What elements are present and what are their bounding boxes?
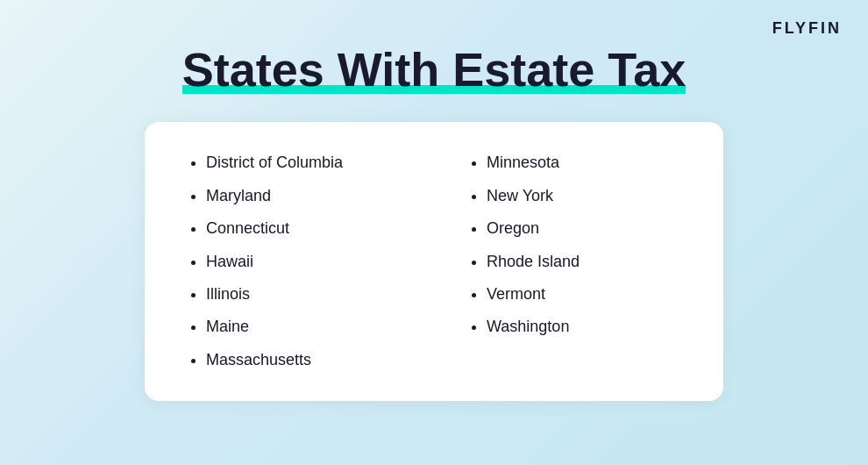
list-item: Maine	[206, 317, 399, 337]
right-list: MinnesotaNew YorkOregonRhode IslandVermo…	[469, 153, 679, 337]
list-item: Vermont	[487, 284, 679, 304]
states-card: District of ColumbiaMarylandConnecticutH…	[145, 122, 723, 401]
list-item: Washington	[487, 317, 679, 337]
page-title: States With Estate Tax	[182, 44, 687, 96]
left-list: District of ColumbiaMarylandConnecticutH…	[189, 153, 399, 370]
list-item: Hawaii	[206, 252, 399, 272]
list-item: Rhode Island	[487, 252, 679, 272]
list-item: Illinois	[206, 284, 399, 304]
list-item: Massachusetts	[206, 350, 399, 370]
right-column: MinnesotaNew YorkOregonRhode IslandVermo…	[469, 153, 679, 370]
list-item: Connecticut	[206, 218, 399, 239]
list-item: New York	[487, 186, 679, 206]
list-item: Minnesota	[487, 153, 679, 173]
list-item: Oregon	[487, 218, 679, 239]
list-item: District of Columbia	[206, 153, 399, 173]
flyfin-logo: FLYFIN	[772, 19, 842, 38]
columns-container: District of ColumbiaMarylandConnecticutH…	[189, 153, 679, 370]
left-column: District of ColumbiaMarylandConnecticutH…	[189, 153, 399, 370]
main-content: States With Estate Tax District of Colum…	[0, 0, 868, 401]
title-wrapper: States With Estate Tax	[182, 44, 687, 96]
list-item: Maryland	[206, 186, 399, 206]
